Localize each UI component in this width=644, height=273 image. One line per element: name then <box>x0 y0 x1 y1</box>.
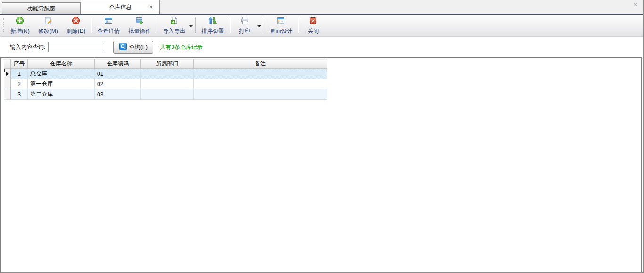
ui-design-button[interactable]: 界面设计 <box>265 15 297 36</box>
tab-label: 仓库信息 <box>109 3 132 11</box>
sort-settings-icon <box>208 16 217 26</box>
view-details-icon <box>104 16 113 26</box>
chevron-down-icon <box>189 25 193 27</box>
toolbar-separator <box>157 17 157 33</box>
button-label: 打印 <box>239 27 250 35</box>
import-export-button[interactable]: 导入导出 <box>158 15 190 36</box>
table-row[interactable]: 1 总仓库 01 <box>4 69 327 79</box>
cell-code[interactable]: 02 <box>95 79 141 89</box>
close-button[interactable]: 关闭 <box>300 15 326 36</box>
import-export-icon <box>170 16 178 26</box>
search-input[interactable] <box>48 42 103 52</box>
strip-close-icon[interactable]: × <box>632 1 639 8</box>
button-label: 导入导出 <box>163 27 185 35</box>
query-bar: 输入内容查询: 查询(F) 共有3条仓库记录 <box>0 37 643 57</box>
column-header-department[interactable]: 所属部门 <box>141 59 194 69</box>
sort-settings-button[interactable]: 排序设置 <box>197 15 228 36</box>
toolbar-separator <box>230 17 230 33</box>
search-icon <box>119 43 127 52</box>
print-button[interactable]: 打印 <box>231 15 258 36</box>
button-label: 新增(N) <box>10 27 30 35</box>
column-header-remark[interactable]: 备注 <box>194 59 327 69</box>
toolbar-separator <box>195 17 196 33</box>
app-window: 功能导航窗 仓库信息 × × 新增(N) 修改 <box>0 0 644 273</box>
cell-seq[interactable]: 2 <box>11 79 28 89</box>
column-header-code[interactable]: 仓库编码 <box>95 59 141 69</box>
button-label: 删除(D) <box>66 27 86 35</box>
tab-strip: 功能导航窗 仓库信息 × × <box>0 0 643 14</box>
print-icon <box>240 16 249 26</box>
toolbar-separator <box>298 17 298 33</box>
edit-icon <box>44 16 52 26</box>
toolbar-separator <box>264 17 264 33</box>
table-header-row: 序号 仓库名称 仓库编码 所属部门 备注 <box>4 59 327 69</box>
cell-remark[interactable] <box>194 69 327 79</box>
ui-design-icon <box>277 16 285 26</box>
record-count-text: 共有3条仓库记录 <box>160 43 203 51</box>
cell-department[interactable] <box>141 79 194 89</box>
cell-seq[interactable]: 3 <box>11 89 28 100</box>
batch-operations-button[interactable]: 批量操作 <box>124 15 155 36</box>
button-label: 修改(M) <box>38 27 58 35</box>
close-icon <box>309 16 317 26</box>
button-label: 排序设置 <box>201 27 224 35</box>
button-label: 查看详情 <box>97 27 120 35</box>
column-header-name[interactable]: 仓库名称 <box>28 59 95 69</box>
tab-warehouse-info[interactable]: 仓库信息 × <box>81 0 160 14</box>
cell-department[interactable] <box>141 89 194 100</box>
edit-button[interactable]: 修改(M) <box>34 15 62 36</box>
warehouse-table: 序号 仓库名称 仓库编码 所属部门 备注 1 总仓库 01 <box>4 59 327 100</box>
toolbar: 新增(N) 修改(M) 删除(D) <box>0 14 643 37</box>
print-dropdown[interactable] <box>256 15 262 36</box>
chevron-down-icon <box>257 25 261 27</box>
batch-operations-icon <box>135 16 144 26</box>
cell-code[interactable]: 03 <box>95 89 141 100</box>
column-header-seq[interactable]: 序号 <box>11 59 28 69</box>
query-button[interactable]: 查询(F) <box>113 41 153 54</box>
search-label: 输入内容查询: <box>10 43 45 51</box>
button-label: 关闭 <box>307 27 319 35</box>
cell-name[interactable]: 第一仓库 <box>28 79 95 89</box>
query-button-label: 查询(F) <box>129 43 148 51</box>
button-label: 界面设计 <box>270 27 292 35</box>
cell-name[interactable]: 总仓库 <box>28 69 95 79</box>
tab-function-navigator[interactable]: 功能导航窗 <box>2 2 81 14</box>
tab-label: 功能导航窗 <box>27 5 56 13</box>
cell-code[interactable]: 01 <box>95 69 141 79</box>
tab-close-icon[interactable]: × <box>148 4 155 10</box>
row-selector-header[interactable] <box>4 59 11 69</box>
delete-icon <box>72 16 80 26</box>
add-icon <box>16 16 24 26</box>
add-button[interactable]: 新增(N) <box>6 15 34 36</box>
row-selector-cell[interactable] <box>4 79 11 89</box>
cell-seq[interactable]: 1 <box>11 69 28 79</box>
cell-remark[interactable] <box>194 79 327 89</box>
cell-remark[interactable] <box>194 89 327 100</box>
view-details-button[interactable]: 查看详情 <box>93 15 124 36</box>
cell-department[interactable] <box>141 69 194 79</box>
toolbar-grip-handle[interactable] <box>2 18 5 33</box>
row-selector-cell[interactable] <box>4 69 11 79</box>
button-label: 批量操作 <box>128 27 151 35</box>
import-export-dropdown[interactable] <box>188 15 194 36</box>
row-selector-arrow-icon <box>6 72 9 76</box>
delete-button[interactable]: 删除(D) <box>62 15 90 36</box>
row-selector-cell[interactable] <box>4 89 11 100</box>
toolbar-separator <box>91 17 91 33</box>
cell-name[interactable]: 第二仓库 <box>28 89 95 100</box>
table-row[interactable]: 3 第二仓库 03 <box>4 89 327 100</box>
grid-panel: 序号 仓库名称 仓库编码 所属部门 备注 1 总仓库 01 <box>0 57 642 272</box>
table-row[interactable]: 2 第一仓库 02 <box>4 79 327 89</box>
